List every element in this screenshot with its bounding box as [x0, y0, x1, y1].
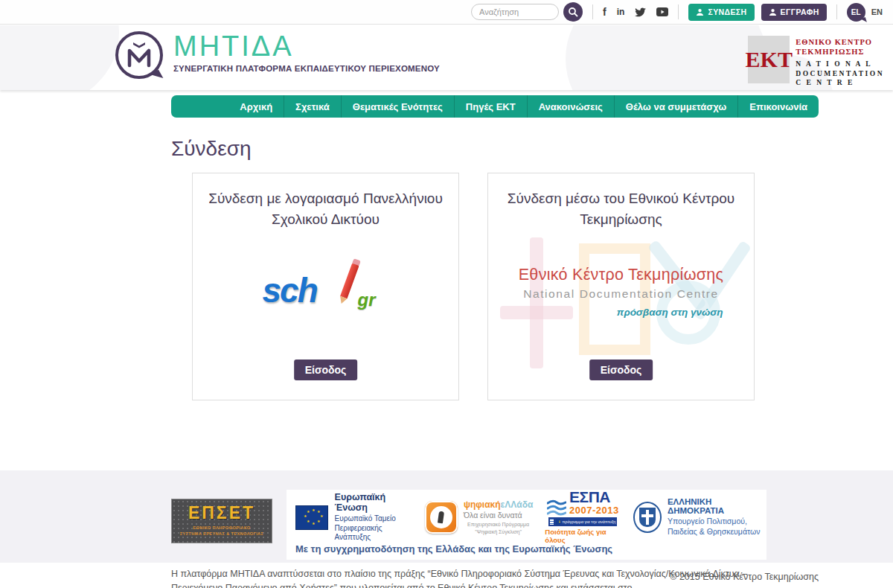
main-navigation: Αρχική Σχετικά Θεματικές Ενότητες Πηγές … [171, 95, 819, 118]
ekt-greek-line2: ΤΕΚΜΗΡΙΩΣΗΣ [796, 47, 884, 57]
login-card-ekt: Σύνδεση μέσω του Εθνικού Κέντρου Τεκμηρί… [487, 173, 755, 400]
eu-logo[interactable]: ★★ ★★ ★★ ★★ Ευρωπαϊκή Ένωση Ευρωπαϊκό Τα… [295, 492, 413, 543]
ekt-text: ΕΘΝΙΚΟ ΚΕΝΤΡΟ ΤΕΚΜΗΡΙΩΣΗΣ N A T I O N A … [796, 36, 884, 87]
dg-line3: Επιχειρησιακό Πρόγραμμα [464, 521, 533, 528]
lang-option-en[interactable]: EN [871, 7, 883, 16]
cofunding-note: Με τη συγχρηματοδότηση της Ελλάδας και τ… [295, 543, 612, 555]
epset-subtitle-line1: ΕΘΝΙΚΟ ΠΛΗΡΟΦΟΡΙΑΚΟ [180, 525, 264, 531]
hellenic-text: ΕΛΛΗΝΙΚΗ ΔΗΜΟΚΡΑΤΙΑ Υπουργείο Πολιτισμού… [668, 497, 761, 537]
register-button[interactable]: ΕΓΓΡΑΦΗ [761, 4, 827, 21]
ekt-abbr: ΕΚΤ [748, 36, 790, 83]
eu-title: Ευρωπαϊκή Ένωση [335, 492, 413, 513]
copyright: © 2015 Εθνικό Κέντρο Τεκμηρίωσης [670, 572, 819, 582]
social-links: f in [603, 6, 668, 18]
digital-greece-icon [425, 501, 458, 534]
epset-subtitle: ΕΘΝΙΚΟ ΠΛΗΡΟΦΟΡΙΑΚΟ ΣΥΣΤΗΜΑ ΕΡΕΥΝΑΣ & ΤΕ… [180, 525, 264, 537]
top-bar: f in ΣΥΝΔΕΣΗ ΕΓΓΡΑΦΗ EL EN [0, 0, 893, 25]
site-title: ΜΗΤΙΔΑ [173, 31, 440, 63]
lang-current-el[interactable]: EL [847, 3, 865, 22]
search-button[interactable] [563, 2, 583, 22]
ekt-login-button[interactable]: Είσοδος [589, 359, 653, 380]
eu-flag-icon: ★★ ★★ ★★ ★★ [295, 505, 328, 530]
epset-subtitle-line2: ΣΥΣΤΗΜΑ ΕΡΕΥΝΑΣ & ΤΕΧΝΟΛΟΓΙΑΣ [180, 531, 264, 537]
metida-logo-icon [115, 31, 163, 79]
decorative-bubble [566, 25, 766, 90]
espa-logo[interactable]: ΕΣΠΑ 2007-2013 πρόγραμμα για την ανάπτυξ… [545, 490, 621, 544]
ekt-en-line2: DOCUMENTATION [796, 69, 884, 78]
espa-title: ΕΣΠΑ [569, 490, 619, 505]
dg-motto: Όλα είναι δυνατά [464, 511, 533, 520]
youtube-icon[interactable] [656, 7, 668, 16]
pencil-icon [340, 263, 359, 299]
login-options: Σύνδεση με λογαριασμό Πανελλήνιου Σχολικ… [192, 173, 755, 400]
eu-line4: Ανάπτυξης [335, 533, 413, 543]
divider [592, 4, 593, 19]
hellenic-line2: Υπουργείο Πολιτισμού, [668, 517, 761, 527]
espa-waves-icon [547, 499, 566, 516]
header: ΜΗΤΙΔΑ ΣΥΝΕΡΓΑΤΙΚΗ ΠΛΑΤΦΟΡΜΑ ΕΚΠΑΙΔΕΥΤΙΚ… [0, 25, 893, 90]
twitter-icon[interactable] [635, 7, 646, 17]
nav-item-contact[interactable]: Επικοινωνία [737, 95, 819, 118]
espa-band: πρόγραμμα για την ανάπτυξη [548, 517, 617, 526]
eu-line3: Περιφερειακής [335, 524, 413, 534]
language-switcher: EL EN [847, 3, 883, 22]
footer: ΕΠΣΕΤ ΕΘΝΙΚΟ ΠΛΗΡΟΦΟΡΙΑΚΟ ΣΥΣΤΗΜΑ ΕΡΕΥΝΑ… [0, 470, 893, 563]
ekt-logo-text: Εθνικό Κέντρο Τεκμηρίωσης National Docum… [499, 266, 744, 318]
ekt-centre-logo: Εθνικό Κέντρο Τεκμηρίωσης National Docum… [499, 237, 744, 368]
facebook-icon[interactable]: f [603, 6, 606, 18]
linkedin-icon[interactable]: in [617, 7, 625, 17]
funding-logos: ★★ ★★ ★★ ★★ Ευρωπαϊκή Ένωση Ευρωπαϊκό Τα… [295, 496, 761, 539]
nav-row: Αρχική Σχετικά Θεματικές Ενότητες Πηγές … [0, 90, 893, 118]
dg-title-orange: ψηφιακή [464, 499, 501, 510]
nav-item-participate[interactable]: Θέλω να συμμετάσχω [614, 95, 738, 118]
card-title: Σύνδεση μέσω του Εθνικού Κέντρου Τεκμηρί… [502, 188, 740, 229]
ekt-greek-line1: ΕΘΝΙΚΟ ΚΕΝΤΡΟ [796, 37, 884, 47]
register-label: ΕΓΓΡΑΦΗ [781, 7, 819, 16]
greek-flag-icon [550, 519, 554, 525]
espa-tagline: Ποιότητα ζωής για όλους [545, 528, 621, 544]
hellenic-title: ΕΛΛΗΝΙΚΗ ΔΗΜΟΚΡΑΤΙΑ [668, 497, 761, 515]
nav-item-home[interactable]: Αρχική [228, 95, 284, 118]
dg-title-blue: εΛΛάδα [501, 499, 534, 510]
ekt-en-line3: C E N T R E [796, 78, 884, 87]
psd-login-button[interactable]: Είσοδος [294, 359, 358, 380]
digital-greece-logo[interactable]: ψηφιακήεΛΛάδα Όλα είναι δυνατά Επιχειρησ… [425, 499, 533, 534]
espa-years: 2007-2013 [569, 505, 619, 516]
nav-item-ekt-sources[interactable]: Πηγές ΕΚΤ [454, 95, 527, 118]
page: f in ΣΥΝΔΕΣΗ ΕΓΓΡΑΦΗ EL EN [0, 0, 893, 588]
funding-panel: ★★ ★★ ★★ ★★ Ευρωπαϊκή Ένωση Ευρωπαϊκό Τα… [287, 490, 766, 560]
person-glyph [438, 511, 444, 524]
sch-logo-text: sch [263, 270, 317, 310]
user-icon [769, 8, 777, 16]
eu-text: Ευρωπαϊκή Ένωση Ευρωπαϊκό Ταμείο Περιφερ… [335, 492, 413, 543]
ekt-logo-tagline: πρόσβαση στη γνώση [499, 307, 744, 318]
digital-greece-text: ψηφιακήεΛΛάδα Όλα είναι δυνατά Επιχειρησ… [464, 499, 533, 534]
user-icon [696, 8, 704, 16]
divider [836, 4, 837, 19]
epset-title: ΕΠΣΕΤ [188, 505, 255, 522]
eu-flag-mini-icon [556, 519, 560, 525]
nav-item-announcements[interactable]: Ανακοινώσεις [527, 95, 614, 118]
login-label: ΣΥΝΔΕΣΗ [708, 7, 746, 16]
divider [678, 4, 679, 19]
search-input[interactable] [471, 4, 559, 20]
site-logo[interactable]: ΜΗΤΙΔΑ ΣΥΝΕΡΓΑΤΙΚΗ ΠΛΑΤΦΟΡΜΑ ΕΚΠΑΙΔΕΥΤΙΚ… [115, 31, 440, 79]
search-area [471, 2, 583, 22]
epset-logo[interactable]: ΕΠΣΕΤ ΕΘΝΙΚΟ ΠΛΗΡΟΦΟΡΙΑΚΟ ΣΥΣΤΗΜΑ ΕΡΕΥΝΑ… [171, 499, 272, 543]
decorative-bubble [0, 25, 119, 90]
hellenic-emblem-icon [633, 502, 662, 533]
login-button[interactable]: ΣΥΝΔΕΣΗ [688, 4, 754, 21]
dg-line4: "Ψηφιακή Σύγκλιση" [464, 528, 533, 535]
espa-band-text: πρόγραμμα για την ανάπτυξη [563, 520, 616, 524]
nav-item-about[interactable]: Σχετικά [284, 95, 341, 118]
sch-logo-gr: gr [358, 290, 376, 310]
site-subtitle: ΣΥΝΕΡΓΑΤΙΚΗ ΠΛΑΤΦΟΡΜΑ ΕΚΠΑΙΔΕΥΤΙΚΟΥ ΠΕΡΙ… [173, 64, 440, 73]
ekt-header-logo[interactable]: ΕΚΤ ΕΘΝΙΚΟ ΚΕΝΤΡΟ ΤΕΚΜΗΡΙΩΣΗΣ N A T I O … [748, 36, 884, 87]
nav-item-thematic-units[interactable]: Θεματικές Ενότητες [341, 95, 454, 118]
eu-line2: Ευρωπαϊκό Ταμείο [335, 514, 413, 524]
search-icon [568, 7, 578, 17]
hellenic-republic-logo[interactable]: ΕΛΛΗΝΙΚΗ ΔΗΜΟΚΡΑΤΙΑ Υπουργείο Πολιτισμού… [633, 497, 761, 537]
ekt-en-line1: N A T I O N A L [796, 60, 884, 68]
ekt-logo-greek: Εθνικό Κέντρο Τεκμηρίωσης [499, 266, 744, 284]
ekt-logo-english: National Documentation Centre [499, 287, 744, 301]
